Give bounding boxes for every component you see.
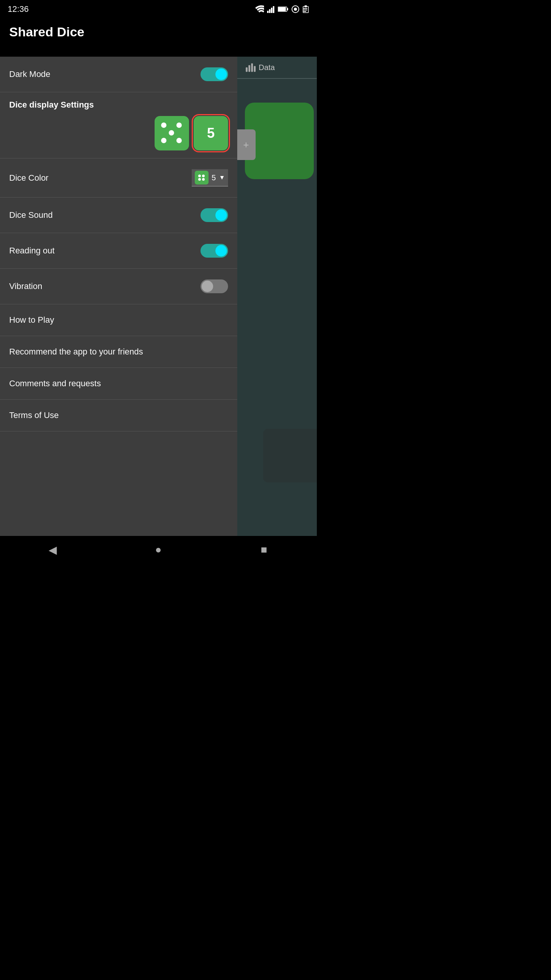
dropdown-arrow-icon: ▼	[219, 174, 225, 181]
dot	[176, 122, 182, 128]
dice-display-title: Dice display Settings	[9, 100, 228, 110]
svg-rect-7	[278, 7, 286, 11]
vibration-row: Vibration	[0, 269, 237, 304]
main-content: Dark Mode Dice display Settings	[0, 57, 317, 536]
status-bar: 12:36	[0, 0, 317, 18]
recent-icon: ■	[261, 544, 267, 556]
signal-icon	[267, 5, 275, 13]
color-number: 5	[212, 173, 216, 182]
plus-handle[interactable]: +	[237, 129, 256, 160]
data-tab-label: Data	[259, 63, 275, 72]
svg-rect-14	[303, 11, 306, 12]
small-dark-box	[263, 429, 317, 482]
back-button[interactable]: ◀	[43, 540, 62, 559]
dot	[161, 122, 166, 128]
dot-empty	[169, 122, 174, 128]
terms-of-use-label: Terms of Use	[9, 410, 59, 420]
recommend-app-label: Recommend the app to your friends	[9, 347, 143, 357]
vibration-label: Vibration	[9, 281, 42, 291]
clipboard-icon	[302, 5, 309, 13]
reading-out-toggle[interactable]	[201, 244, 228, 258]
mini-dice	[195, 171, 209, 185]
svg-rect-15	[246, 67, 248, 72]
dice-sound-row: Dice Sound	[0, 198, 237, 233]
terms-of-use-row[interactable]: Terms of Use	[0, 400, 237, 431]
dice-options: 5	[9, 116, 228, 150]
svg-rect-11	[305, 5, 307, 7]
dice-number-value: 5	[207, 125, 215, 141]
dark-mode-toggle[interactable]	[201, 67, 228, 81]
how-to-play-row[interactable]: How to Play	[0, 304, 237, 336]
dice-color-label: Dice Color	[9, 173, 49, 183]
dice-sound-label: Dice Sound	[9, 210, 53, 220]
home-button[interactable]: ●	[149, 540, 168, 559]
dot	[161, 138, 166, 143]
home-icon: ●	[155, 544, 162, 556]
dark-mode-label: Dark Mode	[9, 69, 51, 79]
plus-icon: +	[243, 139, 249, 151]
data-tab[interactable]: Data	[237, 57, 317, 79]
dot-empty	[176, 130, 182, 136]
dot-empty	[169, 138, 174, 143]
comments-requests-label: Comments and requests	[9, 379, 101, 389]
svg-rect-13	[303, 10, 307, 10]
svg-rect-18	[254, 66, 256, 72]
dice-display-settings-row: Dice display Settings	[0, 92, 237, 158]
vibration-toggle[interactable]	[201, 279, 228, 293]
svg-rect-1	[267, 11, 269, 13]
status-time: 12:36	[8, 4, 29, 14]
dots-grid	[161, 122, 183, 144]
svg-rect-3	[271, 8, 272, 13]
svg-point-9	[294, 8, 297, 11]
dot-empty	[161, 130, 166, 136]
mini-dots	[198, 175, 205, 181]
battery-icon	[278, 6, 289, 12]
svg-rect-12	[303, 8, 307, 9]
dice-option-number[interactable]: 5	[194, 116, 228, 150]
svg-rect-6	[287, 8, 288, 10]
app-header: Shared Dice	[0, 18, 317, 57]
recommend-app-row[interactable]: Recommend the app to your friends	[0, 336, 237, 368]
reading-out-label: Reading out	[9, 246, 55, 256]
svg-rect-16	[248, 65, 250, 72]
svg-rect-2	[269, 9, 271, 13]
reading-out-thumb	[215, 245, 227, 256]
vibration-thumb	[202, 281, 213, 292]
do-not-disturb-icon	[292, 5, 299, 13]
recent-button[interactable]: ■	[254, 540, 274, 559]
how-to-play-label: How to Play	[9, 315, 54, 325]
dot-center	[169, 130, 174, 136]
app-title: Shared Dice	[9, 24, 308, 39]
dice-color-selector[interactable]: 5 ▼	[192, 169, 228, 186]
bar-chart-icon	[245, 63, 256, 72]
settings-panel: Dark Mode Dice display Settings	[0, 57, 237, 536]
dice-sound-toggle[interactable]	[201, 208, 228, 222]
dark-mode-thumb	[215, 69, 227, 80]
dice-sound-thumb	[215, 209, 227, 221]
nav-bar: ◀ ● ■	[0, 536, 317, 564]
svg-rect-4	[273, 6, 274, 13]
back-icon: ◀	[49, 544, 57, 556]
reading-out-row: Reading out	[0, 233, 237, 269]
dark-mode-row: Dark Mode	[0, 57, 237, 92]
dot	[176, 138, 182, 143]
wifi-icon	[255, 5, 264, 13]
dice-color-row: Dice Color 5 ▼	[0, 158, 237, 198]
right-panel: Data +	[237, 57, 317, 536]
svg-rect-17	[251, 64, 253, 72]
status-icons	[255, 5, 309, 13]
comments-requests-row[interactable]: Comments and requests	[0, 368, 237, 400]
dice-option-dots[interactable]	[155, 116, 189, 150]
